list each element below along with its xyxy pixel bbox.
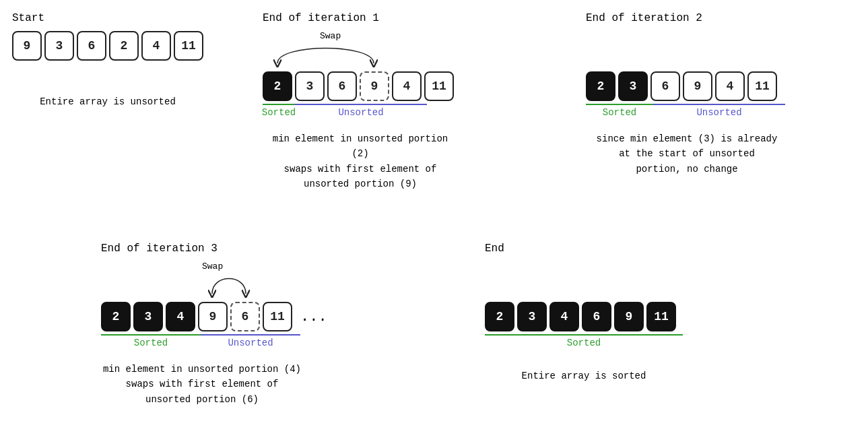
end-cell4: 9 (614, 302, 644, 331)
iter2-cell3: 9 (683, 71, 712, 101)
end-cell1: 3 (517, 302, 547, 331)
cell-s4: 4 (141, 31, 171, 61)
iter1-unsorted-label: Unsorted (338, 107, 383, 118)
iter3-labels: Sorted Unsorted (101, 338, 330, 348)
iter3-cell4: 6 (230, 302, 260, 331)
iter2-cell1: 3 (618, 71, 648, 101)
iter3-unsorted-underline (201, 334, 300, 336)
iter3-cell2: 4 (166, 302, 195, 331)
iter1-cell5: 11 (424, 71, 454, 101)
iter2-unsorted-label: Unsorted (696, 107, 741, 118)
start-description: Entire array is unsorted (12, 94, 203, 109)
iter2-unsorted-underline (653, 104, 785, 105)
iter3-cell1: 3 (133, 302, 163, 331)
iter1-underlines (263, 104, 458, 105)
iter1-unsorted-underline (295, 104, 427, 105)
iter3-cell0: 2 (101, 302, 131, 331)
iter3-underlines (101, 334, 330, 336)
iter1-description: min element in unsorted portion (2)swaps… (263, 131, 458, 192)
iter2-cell5: 11 (747, 71, 777, 101)
iter1-sorted-label: Sorted (262, 107, 296, 118)
iter2-cell2: 6 (650, 71, 680, 101)
iter3-title: End of iteration 3 (101, 243, 330, 255)
iter3-swap-area: Swap (101, 261, 330, 302)
iter3-dots: ... (295, 309, 327, 325)
iter1-cell0: 2 (263, 71, 292, 101)
end-sorted-label: Sorted (567, 338, 601, 348)
end-cell5: 11 (646, 302, 676, 331)
iter1-labels: Sorted Unsorted (263, 107, 458, 118)
iter1-cell4: 4 (392, 71, 422, 101)
start-desc-text: Entire array is unsorted (12, 94, 203, 109)
iter1-panel: End of iteration 1 Swap 2 3 6 9 4 11 (263, 12, 458, 192)
end-underlines (485, 334, 683, 336)
end-cell2: 4 (549, 302, 579, 331)
iter3-sorted-label: Sorted (134, 338, 168, 348)
iter1-cell2: 6 (327, 71, 357, 101)
cell-s5: 11 (174, 31, 203, 61)
iter1-swap-area: Swap (263, 31, 458, 71)
end-sorted-underline (485, 334, 683, 336)
iter2-description: since min element (3) is alreadyat the s… (586, 131, 788, 177)
end-panel: End 2 3 4 6 9 11 Sorted Entire array is … (485, 243, 683, 383)
iter1-cell3: 9 (360, 71, 389, 101)
iter2-labels: Sorted Unsorted (586, 107, 788, 118)
iter3-unsorted-label: Unsorted (228, 338, 273, 348)
end-spacer (485, 261, 683, 302)
iter1-cell1: 3 (295, 71, 325, 101)
start-array: 9 3 6 2 4 11 (12, 31, 203, 61)
iter1-sorted-underline (263, 104, 295, 105)
iter2-cell0: 2 (586, 71, 615, 101)
iter2-sorted-label: Sorted (603, 107, 636, 118)
iter2-spacer (586, 31, 788, 71)
end-cell0: 2 (485, 302, 514, 331)
iter3-swap-arrow (101, 267, 330, 302)
end-array: 2 3 4 6 9 11 (485, 302, 683, 331)
iter3-array: 2 3 4 9 6 11 ... (101, 302, 330, 331)
iter2-sorted-underline (586, 104, 653, 105)
iter2-title: End of iteration 2 (586, 12, 788, 24)
start-panel: Start 9 3 6 2 4 11 Entire array is unsor… (12, 12, 203, 109)
iter2-underlines (586, 104, 788, 105)
iter2-cell4: 4 (715, 71, 745, 101)
cell-s1: 3 (44, 31, 74, 61)
iter3-cell5: 11 (263, 302, 292, 331)
end-title: End (485, 243, 683, 255)
iter1-title: End of iteration 1 (263, 12, 458, 24)
cell-s3: 2 (109, 31, 139, 61)
iter3-panel: End of iteration 3 Swap 2 3 4 9 6 11 ... (101, 243, 330, 407)
end-labels: Sorted (485, 338, 683, 348)
iter1-swap-arrow (263, 36, 458, 71)
start-title: Start (12, 12, 203, 24)
iter2-panel: End of iteration 2 2 3 6 9 4 11 Sorted U… (586, 12, 788, 177)
cell-s0: 9 (12, 31, 42, 61)
end-description: Entire array is sorted (485, 369, 683, 383)
cell-s2: 6 (77, 31, 106, 61)
iter3-description: min element in unsorted portion (4)swaps… (101, 362, 303, 407)
iter3-cell3: 9 (198, 302, 228, 331)
iter2-array: 2 3 6 9 4 11 (586, 71, 788, 101)
iter3-sorted-underline (101, 334, 201, 336)
iter1-array: 2 3 6 9 4 11 (263, 71, 458, 101)
end-cell3: 6 (582, 302, 611, 331)
